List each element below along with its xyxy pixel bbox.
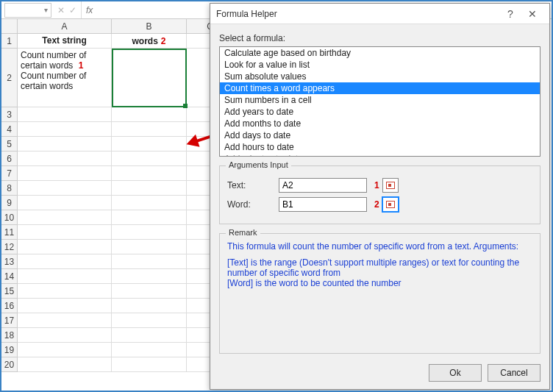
row-header[interactable]: 15 bbox=[1, 284, 18, 299]
fx-icon[interactable]: fx bbox=[82, 5, 97, 15]
cell[interactable] bbox=[18, 210, 112, 225]
cell[interactable] bbox=[112, 299, 187, 313]
range-select-button[interactable] bbox=[382, 197, 399, 212]
formula-item[interactable]: Add days to date bbox=[220, 129, 540, 141]
dialog-titlebar[interactable]: Formula Helper ? ✕ bbox=[210, 4, 549, 24]
arguments-input-title: Arguments Input bbox=[226, 160, 291, 169]
cell-A2[interactable]: Count number of certain words 1Count num… bbox=[18, 49, 112, 107]
col-header-A[interactable]: A bbox=[18, 19, 112, 34]
cell[interactable] bbox=[18, 269, 112, 284]
cell[interactable] bbox=[112, 152, 187, 166]
cell-A2-text: Count number of certain words 1Count num… bbox=[21, 50, 108, 91]
cell-B2[interactable] bbox=[112, 49, 187, 107]
row-header[interactable]: 4 bbox=[1, 122, 18, 137]
formula-item[interactable]: Add minutes to date bbox=[220, 153, 540, 157]
cell[interactable] bbox=[112, 328, 187, 343]
cell[interactable] bbox=[18, 343, 112, 357]
row-header[interactable]: 7 bbox=[1, 166, 18, 181]
arg-word-input[interactable] bbox=[279, 197, 367, 212]
dialog-buttons: Ok Cancel bbox=[210, 357, 549, 389]
cell-B1-label: words bbox=[132, 36, 157, 46]
cell[interactable] bbox=[112, 313, 187, 328]
cell[interactable] bbox=[18, 284, 112, 299]
cell[interactable] bbox=[112, 196, 187, 210]
cell[interactable] bbox=[112, 122, 187, 137]
row-header[interactable]: 3 bbox=[1, 107, 18, 122]
cell[interactable] bbox=[18, 196, 112, 210]
row-header[interactable]: 18 bbox=[1, 328, 18, 343]
row-header[interactable]: 20 bbox=[1, 357, 18, 372]
cell[interactable] bbox=[112, 254, 187, 269]
cell[interactable] bbox=[112, 357, 187, 372]
row-header[interactable]: 11 bbox=[1, 225, 18, 240]
cell[interactable] bbox=[18, 181, 112, 196]
row-header[interactable]: 16 bbox=[1, 299, 18, 313]
cell[interactable] bbox=[18, 328, 112, 343]
remark-line: [Text] is the range (Doesn't support mul… bbox=[227, 257, 532, 278]
arg-text-input[interactable] bbox=[279, 178, 367, 193]
cell[interactable] bbox=[18, 313, 112, 328]
cancel-formula-icon[interactable]: ✕ bbox=[57, 5, 65, 15]
cell[interactable] bbox=[18, 107, 112, 122]
cell-B1[interactable]: words 2 bbox=[112, 34, 187, 49]
cell[interactable] bbox=[112, 269, 187, 284]
cell[interactable] bbox=[18, 240, 112, 254]
formula-item[interactable]: Add years to date bbox=[220, 106, 540, 118]
row-header[interactable]: 6 bbox=[1, 152, 18, 166]
row-header[interactable]: 1 bbox=[1, 34, 18, 49]
row-header[interactable]: 2 bbox=[1, 49, 18, 107]
row-header[interactable]: 12 bbox=[1, 240, 18, 254]
remark-group: Remark This formula will count the numbe… bbox=[219, 233, 540, 354]
cell[interactable] bbox=[112, 166, 187, 181]
cell[interactable] bbox=[18, 122, 112, 137]
col-header-B[interactable]: B bbox=[112, 19, 187, 34]
cell[interactable] bbox=[112, 343, 187, 357]
dialog-title: Formula Helper bbox=[216, 9, 277, 19]
ok-button[interactable]: Ok bbox=[429, 364, 482, 382]
cell[interactable] bbox=[112, 225, 187, 240]
cell[interactable] bbox=[112, 107, 187, 122]
cell[interactable] bbox=[112, 210, 187, 225]
cell[interactable] bbox=[18, 357, 112, 372]
row-header[interactable]: 17 bbox=[1, 313, 18, 328]
cell[interactable] bbox=[18, 137, 112, 152]
row-header[interactable]: 14 bbox=[1, 269, 18, 284]
select-all-corner[interactable] bbox=[1, 19, 18, 34]
chevron-down-icon[interactable]: ▾ bbox=[44, 6, 48, 14]
formula-item-selected[interactable]: Count times a word appears bbox=[220, 82, 540, 94]
close-button[interactable]: ✕ bbox=[521, 8, 543, 20]
cancel-button[interactable]: Cancel bbox=[488, 364, 540, 382]
cell[interactable] bbox=[112, 240, 187, 254]
cell[interactable] bbox=[18, 166, 112, 181]
cell[interactable] bbox=[18, 152, 112, 166]
remark-title: Remark bbox=[226, 228, 260, 237]
arg-text-label: Text: bbox=[227, 180, 279, 190]
formula-item[interactable]: Sum absolute values bbox=[220, 71, 540, 82]
row-header[interactable]: 5 bbox=[1, 137, 18, 152]
formula-item[interactable]: Add months to date bbox=[220, 118, 540, 129]
range-select-icon bbox=[386, 201, 395, 208]
row-header[interactable]: 10 bbox=[1, 210, 18, 225]
formula-item[interactable]: Look for a value in list bbox=[220, 59, 540, 71]
row-header[interactable]: 19 bbox=[1, 343, 18, 357]
formula-item[interactable]: Calculate age based on birthday bbox=[220, 47, 540, 59]
help-button[interactable]: ? bbox=[499, 8, 521, 20]
range-select-button[interactable] bbox=[382, 178, 399, 193]
formula-listbox[interactable]: Calculate age based on birthday Look for… bbox=[219, 46, 540, 157]
cell-A1[interactable]: Text string bbox=[18, 34, 112, 49]
name-box[interactable]: ▾ bbox=[4, 3, 51, 18]
cell[interactable] bbox=[18, 254, 112, 269]
remark-line: This formula will count the number of sp… bbox=[227, 241, 532, 252]
cell[interactable] bbox=[18, 225, 112, 240]
cell[interactable] bbox=[18, 299, 112, 313]
formula-item[interactable]: Add hours to date bbox=[220, 141, 540, 153]
row-header[interactable]: 13 bbox=[1, 254, 18, 269]
formula-item[interactable]: Sum numbers in a cell bbox=[220, 94, 540, 106]
row-header[interactable]: 8 bbox=[1, 181, 18, 196]
formula-controls: ✕ ✓ bbox=[53, 1, 82, 18]
accept-formula-icon[interactable]: ✓ bbox=[69, 5, 76, 15]
cell[interactable] bbox=[112, 137, 187, 152]
row-header[interactable]: 9 bbox=[1, 196, 18, 210]
cell[interactable] bbox=[112, 181, 187, 196]
cell[interactable] bbox=[112, 284, 187, 299]
